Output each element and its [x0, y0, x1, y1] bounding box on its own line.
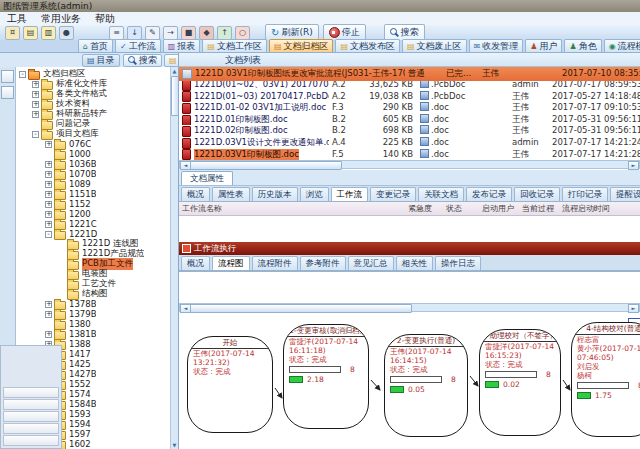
tree-expander-icon[interactable]: + [45, 181, 52, 188]
props-tab[interactable]: 打印记录 [562, 187, 608, 201]
tree-item[interactable]: + 1070B [16, 169, 170, 179]
tree-expander-icon[interactable]: + [45, 161, 52, 168]
key-icon[interactable]: ¤ [5, 26, 20, 40]
tree-item[interactable]: 1380 [16, 319, 170, 329]
scrollbar-thumb[interactable] [190, 304, 412, 313]
import-icon[interactable]: ↓ [127, 26, 142, 40]
scroll-right-icon[interactable]: ► [628, 304, 639, 313]
tree-expander-icon[interactable]: + [45, 171, 52, 178]
1221D.01印制板图.doc[interactable]: 1221D.01印制板图.doc B.2 605 KB .doc 王伟 2017… [179, 114, 640, 126]
flow-node[interactable]: 2-变更执行(普通) 王伟(2017-07-14 16:14:15) 状态：完成… [384, 334, 468, 437]
props-tab[interactable]: 浏览 [300, 187, 329, 201]
props-tab[interactable]: 提醒设置 [610, 187, 640, 201]
1221D.03V1印制板图.doc[interactable]: 1221D.03V1印制板图.doc F.5 140 KB .doc 王伟 20… [179, 149, 640, 161]
docked-panel-row[interactable] [3, 435, 59, 446]
tree-item[interactable]: + 各类文件格式 [16, 89, 170, 99]
exec-tab[interactable]: 流程附件 [252, 256, 298, 270]
tree-item[interactable]: + 科研新品转产 [16, 109, 170, 119]
exec-tab[interactable]: 相关性 [396, 256, 434, 270]
docked-panel-row[interactable] [3, 411, 59, 422]
scrollbar-thumb[interactable] [190, 161, 342, 170]
menu-item[interactable]: 帮助 [88, 12, 122, 25]
discard-icon[interactable]: ○ [235, 26, 250, 40]
tree-expander-icon[interactable]: + [45, 141, 52, 148]
tree-expander-icon[interactable]: + [45, 211, 52, 218]
main-tab[interactable]: ♟ 用户 [525, 39, 562, 52]
exec-tab[interactable]: 意见汇总 [348, 256, 394, 270]
tree-expander-icon[interactable]: + [32, 111, 39, 118]
tree-item[interactable]: 结构图 [16, 289, 170, 299]
tree-item[interactable]: + 1152 [16, 199, 170, 209]
catalog-button[interactable]: ▤ 目录 [82, 54, 120, 67]
props-tab[interactable]: 工作流 [331, 187, 369, 201]
flow-node[interactable]: 3-助理校对（不签字）( 雷捷洋(2017-07-14 16:15:23) 状态… [479, 329, 561, 436]
exec-tab[interactable]: 参考附件 [300, 256, 346, 270]
edit-icon[interactable]: ✎ [145, 26, 160, 40]
main-tab[interactable]: ▥ 报表 [163, 39, 201, 52]
browse-icon[interactable]: ● [59, 26, 74, 40]
tree-item[interactable]: + 1036B [16, 159, 170, 169]
main-tab[interactable]: ◉ 流程模板 [604, 39, 640, 52]
col-header-starter[interactable]: 启动用户 [479, 202, 519, 215]
tree-expander-icon[interactable]: + [45, 221, 52, 228]
scroll-right-icon[interactable]: ► [628, 161, 639, 170]
1221D.03V1设计文件更改通知单.doc[interactable]: 1221D.03V1设计文件更改通知单.doc A.4 225 KB .doc … [179, 137, 640, 149]
panel-toggle-icon[interactable] [1, 86, 14, 99]
1221D.02印制板图.doc[interactable]: 1221D.02印制板图.doc B.2 698 KB .doc 王伟 2017… [179, 125, 640, 137]
exec-tab[interactable]: 概况 [181, 256, 210, 270]
archive-icon[interactable]: ↑ [217, 26, 232, 40]
tree-item[interactable]: + 1221C [16, 219, 170, 229]
tree-expander-icon[interactable]: + [32, 101, 39, 108]
main-tab[interactable]: ▤ 文档废止区 [402, 39, 467, 52]
tree-expander-icon[interactable]: + [45, 311, 52, 318]
exec-tab[interactable]: 流程图 [212, 256, 250, 270]
scroll-up-icon[interactable]: ▲ [171, 67, 178, 75]
col-header-urgency[interactable]: 紧急度 [405, 202, 443, 215]
print-icon[interactable]: ≡ [109, 26, 124, 40]
props-tab[interactable]: 概况 [181, 187, 210, 201]
tree-expander-icon[interactable]: + [45, 191, 52, 198]
tree-expander-icon[interactable]: - [32, 131, 39, 138]
tree-search-button[interactable]: 搜索 [123, 54, 162, 67]
1221D(01~03) 20170417.PcbDoc[interactable]: 1221D(01~03) 20170417.PcbDoc A.2 19,038 … [179, 91, 640, 103]
scroll-down-icon[interactable]: ▼ [171, 441, 178, 449]
col-header-start-time[interactable]: 流程启动时间 [559, 202, 640, 215]
col-header-current[interactable]: 当前过程 [519, 202, 559, 215]
col-header-wf-name[interactable]: 工作流名称 [179, 202, 405, 215]
col-header-status[interactable]: 状态 [443, 202, 479, 215]
doc-props-tab[interactable]: 文档属性 [181, 171, 233, 185]
main-tab[interactable]: ✉ 收发管理 [469, 39, 524, 52]
main-tab[interactable]: ✓ 工作流 [115, 39, 161, 52]
tree-item[interactable]: + 1381B [16, 329, 170, 339]
flow-node[interactable]: 4-结构校对(普通 程志富 黄小萍(2017-07-17 07:46:05) 刘… [571, 322, 640, 437]
tree-item[interactable]: 1000 [16, 149, 170, 159]
props-tab[interactable]: 发布记录 [466, 187, 512, 201]
props-tab[interactable]: 历史版本 [252, 187, 298, 201]
tree-item[interactable]: + 076C [16, 139, 170, 149]
props-tab[interactable]: 关联文档 [418, 187, 464, 201]
props-tab[interactable]: 回收记录 [514, 187, 560, 201]
tree-expander-icon[interactable]: + [45, 201, 52, 208]
folder-open-icon[interactable]: ▤ [23, 26, 38, 40]
1221D(01~02、03V1) 20170707.PcbDoc[interactable]: 1221D(01~02、03V1) 20170707.PcbDoc A.2 33… [179, 79, 640, 91]
tree-item[interactable]: + 1379B [16, 309, 170, 319]
tree-expander-icon[interactable]: - [45, 231, 52, 238]
tree-item[interactable]: + 1378B [16, 299, 170, 309]
props-tab[interactable]: 变更记录 [370, 187, 416, 201]
props-tab[interactable]: 属性表 [212, 187, 250, 201]
main-tab[interactable]: ⌂ 首页 [78, 39, 113, 52]
flow-node[interactable]: 开始 王伟(2017-07-14 13:21:32) 状态：完成 [187, 336, 273, 433]
main-tab[interactable]: ▤ 文档工作区 [202, 39, 267, 52]
tree-expander-icon[interactable]: + [45, 301, 52, 308]
tree-item[interactable]: - 项目文档库 [16, 129, 170, 139]
pushpin-icon[interactable] [1, 70, 14, 83]
tree-expander-icon[interactable]: - [19, 71, 26, 78]
exec-tab[interactable]: 操作日志 [435, 256, 481, 270]
tree-item[interactable]: + 1200 [16, 209, 170, 219]
tree-item[interactable]: + 1151B [16, 189, 170, 199]
menu-item[interactable]: 工具 [0, 12, 34, 25]
docked-panel-row[interactable] [3, 399, 59, 410]
tree-scrollbar[interactable]: ▲ ▼ [170, 67, 178, 449]
flow-node[interactable]: 1-变更审核(取消归档) 雷捷洋(2017-07-14 16:11:18) 状态… [283, 324, 369, 429]
tree-expander-icon[interactable]: + [32, 81, 39, 88]
